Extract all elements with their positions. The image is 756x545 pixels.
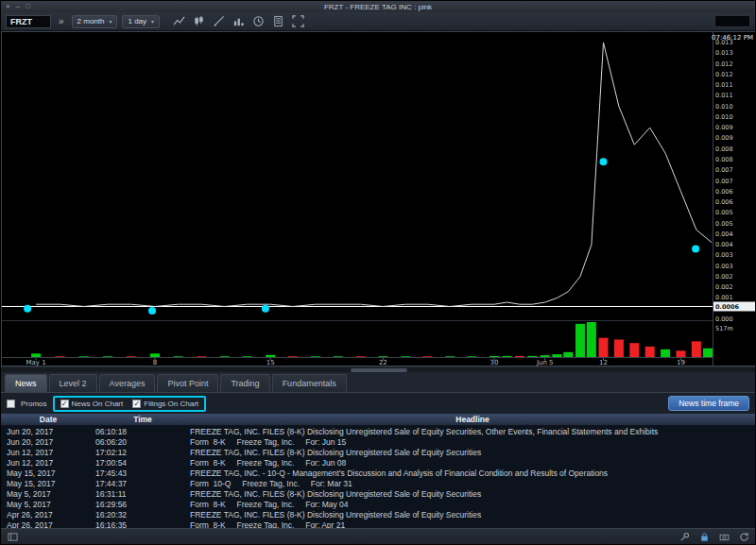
maximize-icon[interactable]: □ [26, 3, 30, 10]
news-table: Date Time Headline Jun 20, 201706:10:18F… [1, 414, 755, 528]
news-time: 06:10:18 [95, 427, 190, 436]
chart-scrollbar-thumb[interactable] [351, 368, 407, 372]
svg-text:30: 30 [490, 359, 499, 366]
svg-text:19: 19 [677, 359, 685, 366]
news-row[interactable]: Apr 26, 201716:20:32FREEZE TAG, INC. FIL… [1, 509, 755, 519]
news-table-body: Jun 20, 201706:10:18FREEZE TAG, INC. FIL… [1, 426, 755, 528]
svg-text:517m: 517m [715, 325, 733, 332]
news-row[interactable]: Jun 20, 201706:10:18FREEZE TAG, INC. FIL… [1, 426, 755, 436]
news-time-frame-button[interactable]: News time frame [668, 396, 749, 411]
volume-bar [703, 349, 713, 357]
svg-text:0.013: 0.013 [715, 49, 733, 57]
svg-text:0.002: 0.002 [715, 273, 733, 281]
layout-icon[interactable] [7, 531, 18, 542]
news-row[interactable]: Jun 12, 201717:00:54Form 8-K Freeze Tag,… [1, 457, 755, 468]
volume-bar [197, 356, 206, 357]
news-on-chart-toggle[interactable]: ✓ News On Chart [60, 400, 124, 408]
titlebar: × – □ FRZT - FREEZE TAG INC : pink [1, 1, 755, 12]
news-page-icon[interactable] [271, 15, 284, 28]
volume-bar [502, 356, 511, 357]
event-marker-icon[interactable] [600, 158, 608, 165]
expand-symbol-button[interactable]: » [56, 16, 67, 26]
news-headline: Form 8-K Freeze Tag, Inc. For: May 04 [190, 500, 755, 509]
news-date: May 5, 2017 [1, 500, 95, 509]
chart-scrollbar[interactable] [1, 366, 755, 372]
news-row[interactable]: Apr 26, 201716:16:35Form 8-K Freeze Tag,… [1, 519, 755, 528]
news-on-chart-checkbox[interactable]: ✓ [60, 400, 69, 408]
news-headline: Form 8-K Freeze Tag, Inc. For: Jun 15 [190, 437, 755, 447]
event-marker-icon[interactable] [148, 307, 156, 315]
news-headline: FREEZE TAG, INC. FILES (8-K) Disclosing … [190, 427, 755, 436]
volume-bar [311, 356, 320, 357]
volume-bar [401, 356, 410, 357]
svg-text:0.0006: 0.0006 [715, 303, 740, 311]
volume-bar [174, 356, 183, 357]
clock-icon[interactable] [251, 15, 265, 28]
svg-text:0.004: 0.004 [715, 230, 733, 238]
news-row[interactable]: Jun 20, 201706:06:20Form 8-K Freeze Tag,… [1, 436, 755, 447]
tab-averages[interactable]: Averages [99, 374, 156, 392]
volume-bar [515, 356, 524, 357]
wrench-icon[interactable] [679, 531, 690, 542]
svg-text:0.006: 0.006 [715, 188, 733, 196]
fullscreen-icon[interactable] [291, 15, 304, 28]
svg-text:May 1: May 1 [26, 359, 45, 366]
event-marker-icon[interactable] [24, 305, 31, 313]
interval-value: 1 day [128, 17, 146, 26]
svg-text:12: 12 [599, 359, 608, 366]
news-row[interactable]: May 15, 201717:44:37Form 10-Q Freeze Tag… [1, 478, 755, 488]
svg-text:0.008: 0.008 [715, 156, 733, 163]
promos-checkbox[interactable] [7, 400, 15, 408]
volume-bar [467, 356, 476, 357]
event-marker-icon[interactable] [692, 246, 699, 253]
event-marker-icon[interactable] [262, 305, 269, 313]
news-date: May 15, 2017 [1, 468, 95, 478]
draw-icon[interactable] [212, 15, 225, 28]
filings-on-chart-toggle[interactable]: ✓ Filings On Chart [132, 400, 198, 408]
volume-bar [676, 350, 685, 357]
volume-bar [587, 322, 596, 357]
volume-bar [490, 356, 499, 357]
svg-text:0.008: 0.008 [715, 145, 733, 153]
news-row[interactable]: May 5, 201716:31:11FREEZE TAG, INC. FILE… [1, 488, 755, 499]
lock-icon[interactable] [698, 531, 710, 542]
news-row[interactable]: Jun 12, 201717:02:12FREEZE TAG, INC. FIL… [1, 447, 755, 457]
price-chart[interactable]: 0.0130.0130.0120.0120.0110.0110.0100.010… [1, 31, 756, 366]
tab-level-2[interactable]: Level 2 [49, 374, 97, 392]
toolbar-right-box[interactable] [714, 15, 750, 27]
minimize-icon[interactable]: – [16, 3, 20, 10]
close-icon[interactable]: × [6, 3, 10, 10]
news-time: 17:00:54 [95, 458, 190, 468]
svg-text:0.012: 0.012 [715, 60, 733, 68]
news-table-header: Date Time Headline [1, 414, 755, 426]
statusbar-icons [679, 531, 749, 542]
period-select[interactable]: 2 month ▾ [72, 15, 118, 28]
news-date: Apr 26, 2017 [1, 510, 95, 519]
volume-bars-icon[interactable] [232, 15, 245, 28]
svg-text:8: 8 [153, 359, 157, 366]
news-row[interactable]: May 5, 201716:29:56Form 8-K Freeze Tag, … [1, 499, 755, 509]
news-date: Apr 26, 2017 [1, 520, 95, 529]
line-chart-icon[interactable] [172, 15, 185, 28]
filings-on-chart-checkbox[interactable]: ✓ [132, 400, 141, 408]
news-row[interactable]: May 15, 201717:45:43FREEZE TAG, INC. - 1… [1, 468, 755, 478]
volume-bar [552, 354, 561, 357]
interval-select[interactable]: 1 day ▾ [122, 15, 160, 28]
chart-area: 0.0130.0130.0120.0120.0110.0110.0100.010… [1, 31, 755, 366]
col-date: Date [1, 415, 95, 424]
svg-text:0.009: 0.009 [715, 134, 733, 142]
tab-trading[interactable]: Trading [220, 374, 269, 392]
app-window: × – □ FRZT - FREEZE TAG INC : pink FRZT … [0, 0, 756, 545]
refresh-icon[interactable] [738, 531, 749, 542]
svg-text:22: 22 [379, 359, 387, 366]
tab-news[interactable]: News [5, 374, 47, 392]
camera-icon[interactable] [718, 531, 730, 542]
volume-bar [220, 356, 230, 357]
svg-text:0.002: 0.002 [715, 283, 733, 291]
tab-fundamentals[interactable]: Fundamentals [272, 374, 347, 392]
tab-pivot-point[interactable]: Pivot Point [157, 374, 218, 392]
candlestick-icon[interactable] [192, 15, 205, 28]
volume-bar [55, 356, 64, 357]
symbol-input[interactable]: FRZT [6, 15, 51, 28]
volume-bar [541, 355, 550, 357]
